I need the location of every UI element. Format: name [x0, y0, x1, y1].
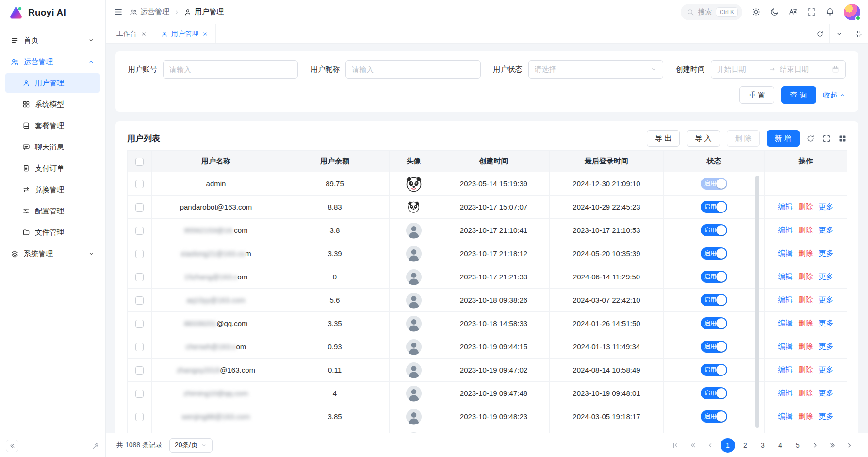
sidebar-item-users[interactable]: 用户管理 — [5, 73, 100, 93]
status-toggle[interactable]: 启用 — [701, 341, 727, 353]
edit-link[interactable]: 编辑 — [778, 295, 793, 305]
sidebar-item-chat-messages[interactable]: 聊天消息 — [5, 137, 100, 157]
pin-icon[interactable] — [92, 442, 99, 450]
page-size-select[interactable]: 20条/页 — [169, 438, 213, 453]
row-checkbox[interactable] — [135, 366, 144, 375]
more-link[interactable]: 更多 — [819, 226, 834, 235]
more-link[interactable]: 更多 — [819, 272, 834, 281]
row-checkbox[interactable] — [135, 203, 144, 212]
sidebar-item-packages[interactable]: 套餐管理 — [5, 115, 100, 136]
filter-select[interactable]: 请选择 — [528, 60, 663, 79]
row-checkbox[interactable] — [135, 250, 144, 258]
menu-toggle-icon[interactable] — [114, 7, 123, 16]
page-4-button[interactable]: 4 — [773, 438, 787, 453]
edit-link[interactable]: 编辑 — [778, 389, 793, 398]
close-icon[interactable] — [140, 31, 147, 37]
query-button[interactable]: 查 询 — [781, 86, 816, 104]
sidebar-item-files[interactable]: 文件管理 — [5, 222, 100, 243]
delete-link[interactable]: 删除 — [799, 202, 813, 212]
refresh-button[interactable] — [806, 134, 815, 143]
first-page-button[interactable] — [668, 438, 683, 453]
sidebar-item-system[interactable]: 系统管理 — [5, 244, 100, 264]
row-checkbox[interactable] — [135, 390, 144, 398]
more-link[interactable]: 更多 — [819, 342, 834, 351]
more-link[interactable]: 更多 — [819, 202, 834, 212]
prev-page-button[interactable] — [703, 438, 718, 453]
breadcrumb-item[interactable]: 运营管理 — [130, 7, 169, 16]
user-avatar[interactable] — [844, 4, 860, 20]
bell-button[interactable] — [825, 7, 835, 16]
close-icon[interactable] — [202, 31, 209, 37]
import-button[interactable]: 导 入 — [687, 130, 720, 147]
row-checkbox[interactable] — [135, 320, 144, 328]
page-2-button[interactable]: 2 — [738, 438, 753, 453]
status-toggle[interactable]: 启用 — [701, 364, 727, 376]
sidebar-item-models[interactable]: 系统模型 — [5, 94, 100, 114]
sidebar-item-exchange[interactable]: 兑换管理 — [5, 180, 100, 200]
delete-link[interactable]: 删除 — [799, 365, 813, 375]
row-checkbox[interactable] — [135, 273, 144, 281]
status-toggle[interactable]: 启用 — [701, 178, 727, 190]
status-toggle[interactable]: 启用 — [701, 294, 727, 306]
page-5-button[interactable]: 5 — [790, 438, 805, 453]
status-toggle[interactable]: 启用 — [701, 410, 727, 423]
add-button[interactable]: 新 增 — [767, 130, 800, 147]
sidebar-item-config[interactable]: 配置管理 — [5, 201, 100, 221]
filter-input[interactable] — [345, 60, 480, 79]
delete-link[interactable]: 删除 — [799, 389, 813, 398]
table-scrollbar[interactable] — [755, 176, 759, 428]
edit-link[interactable]: 编辑 — [778, 249, 793, 258]
page-1-button[interactable]: 1 — [721, 438, 735, 453]
sidebar-item-operations[interactable]: 运营管理 — [5, 51, 100, 72]
tab-user-management[interactable]: 用户管理 — [154, 24, 216, 43]
tab-workbench[interactable]: 工作台 — [110, 24, 154, 43]
moon-button[interactable] — [770, 7, 779, 16]
reset-button[interactable]: 重 置 — [739, 86, 774, 104]
edit-link[interactable]: 编辑 — [778, 365, 793, 375]
select-all-checkbox[interactable] — [135, 158, 144, 166]
sidebar-collapse-button[interactable] — [6, 440, 18, 452]
fullscreen-exit-button[interactable] — [849, 24, 868, 43]
sidebar-item-payment-orders[interactable]: 支付订单 — [5, 158, 100, 179]
delete-link[interactable]: 删除 — [799, 412, 813, 421]
delete-button[interactable]: 删 除 — [727, 130, 760, 147]
delete-link[interactable]: 删除 — [799, 249, 813, 258]
collapse-filters-link[interactable]: 收起 — [823, 91, 846, 100]
more-link[interactable]: 更多 — [819, 365, 834, 375]
export-button[interactable]: 导 出 — [647, 130, 680, 147]
brand[interactable]: Ruoyi AI — [0, 0, 105, 25]
search-input[interactable]: 搜索 Ctrl K — [681, 4, 742, 20]
delete-link[interactable]: 删除 — [799, 226, 813, 235]
page-3-button[interactable]: 3 — [755, 438, 770, 453]
last-page-button[interactable] — [843, 438, 857, 453]
status-toggle[interactable]: 启用 — [701, 224, 727, 236]
filter-input[interactable] — [163, 60, 298, 79]
double-next-button[interactable] — [825, 438, 840, 453]
chevron-down-button[interactable] — [829, 24, 849, 43]
double-prev-button[interactable] — [686, 438, 700, 453]
delete-link[interactable]: 删除 — [799, 272, 813, 281]
row-checkbox[interactable] — [135, 180, 144, 188]
row-checkbox[interactable] — [135, 227, 144, 235]
more-link[interactable]: 更多 — [819, 249, 834, 258]
delete-link[interactable]: 删除 — [799, 342, 813, 351]
status-toggle[interactable]: 启用 — [701, 317, 727, 329]
filter-daterange[interactable]: 开始日期结束日期 — [711, 60, 846, 79]
next-page-button[interactable] — [808, 438, 822, 453]
fullscreen-button[interactable] — [822, 134, 831, 143]
translate-button[interactable] — [788, 7, 798, 16]
status-toggle[interactable]: 启用 — [701, 271, 727, 283]
edit-link[interactable]: 编辑 — [778, 202, 793, 212]
row-checkbox[interactable] — [135, 296, 144, 305]
sidebar-item-home[interactable]: 首页 — [5, 30, 100, 50]
refresh-button[interactable] — [810, 24, 829, 43]
row-checkbox[interactable] — [135, 413, 144, 421]
more-link[interactable]: 更多 — [819, 319, 834, 328]
more-link[interactable]: 更多 — [819, 412, 834, 421]
status-toggle[interactable]: 启用 — [701, 247, 727, 260]
fullscreen-button[interactable] — [807, 7, 816, 16]
edit-link[interactable]: 编辑 — [778, 412, 793, 421]
status-toggle[interactable]: 启用 — [701, 387, 727, 399]
grid-button[interactable] — [838, 134, 847, 143]
delete-link[interactable]: 删除 — [799, 295, 813, 305]
